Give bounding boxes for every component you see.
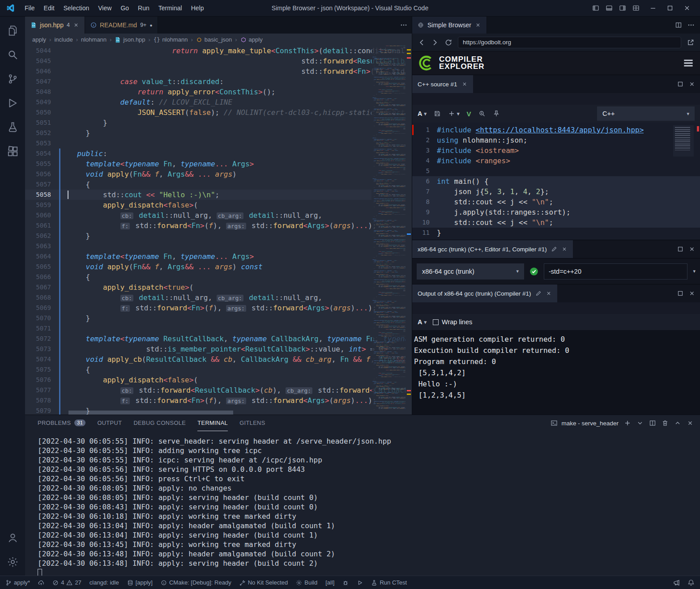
overview-ruler[interactable] (405, 46, 412, 415)
close-icon[interactable] (475, 22, 481, 28)
breadcrumb-item[interactable]: basic_json (196, 36, 232, 43)
tab-output[interactable]: Output of x86-64 gcc (trunk) (Compiler #… (412, 284, 557, 302)
code-line[interactable]: 5064 template<typename Fn, typename... A… (25, 251, 412, 262)
source-line[interactable]: 7 json j{5, 3, 1, 4, 2}; (412, 186, 700, 197)
tab-README.md[interactable]: README.md9+● (85, 17, 158, 34)
source-line[interactable]: 9 j.apply(std::ranges::sort); (412, 207, 700, 217)
menu-terminal[interactable]: Terminal (154, 3, 186, 13)
forward-icon[interactable] (431, 38, 439, 47)
more-actions-icon[interactable] (687, 21, 695, 29)
toggle-panel-icon[interactable] (602, 2, 616, 14)
tab-cpp-source[interactable]: C++ source #1 (412, 75, 473, 93)
panel-tab-debug-console[interactable]: DEBUG CONSOLE (133, 415, 186, 431)
godbolt-minimap[interactable] (673, 125, 694, 157)
toggle-secondary-sidebar-icon[interactable] (616, 2, 629, 14)
options-caret[interactable]: ▾ (693, 269, 696, 274)
code-line[interactable]: 5047 case value_t::discarded: (25, 76, 412, 87)
terminal-picker[interactable]: make - serve_header (551, 420, 619, 427)
minimap[interactable]: return apply_make_tuple<ConstThis>(detai… (371, 46, 405, 411)
vim-mode-toggle[interactable]: V (467, 110, 471, 118)
code-line[interactable]: 5062 } (25, 231, 412, 241)
code-line[interactable]: 5076 apply_dispatch<false>( (25, 375, 412, 385)
status-item[interactable] (357, 580, 363, 586)
reload-icon[interactable] (444, 38, 452, 47)
maximize-pane-icon[interactable] (677, 81, 684, 88)
minimize-icon[interactable] (645, 2, 662, 14)
customize-layout-icon[interactable] (629, 2, 643, 14)
maximize-panel-icon[interactable] (674, 420, 681, 427)
close-pane-icon[interactable] (688, 81, 696, 88)
close-icon[interactable] (461, 81, 468, 87)
code-line[interactable]: 5051 } (25, 118, 412, 128)
activity-search[interactable] (0, 42, 25, 67)
code-line[interactable]: 5045 std::forward<ResultCallback>(cb), (25, 56, 412, 66)
code-line[interactable]: 5072 template<typename ResultCallback, t… (25, 334, 412, 344)
feedback-icon[interactable] (673, 579, 680, 586)
activity-extensions[interactable] (0, 139, 25, 163)
source-line[interactable]: 1#include <https://localhost:8443/apply/… (412, 125, 700, 135)
status-item-build[interactable]: Build (296, 579, 317, 586)
code-line[interactable]: 5054 public: (25, 148, 412, 159)
panel-tab-output[interactable]: OUTPUT (97, 415, 122, 431)
source-line[interactable]: 6int main() { (412, 176, 700, 186)
wrap-lines-checkbox[interactable]: Wrap lines (433, 318, 472, 326)
breadcrumb-item[interactable]: apply (32, 36, 46, 43)
close-pane-icon[interactable] (688, 290, 696, 297)
status-item-cmake-debug-ready[interactable]: CMake: [Debug]: Ready (161, 579, 231, 586)
code-line[interactable]: 5073 std::is_member_pointer<ResultCallba… (25, 344, 412, 354)
close-window-icon[interactable] (679, 2, 696, 14)
code-line[interactable]: 5071 (25, 323, 412, 334)
close-icon[interactable] (546, 290, 552, 297)
save-icon[interactable] (434, 110, 441, 117)
code-line[interactable]: 5078 f: std::forward<Fn>(f), args: std::… (25, 395, 412, 406)
compiler-options-input[interactable] (544, 263, 687, 280)
code-line[interactable]: 5052 } (25, 128, 412, 138)
breadcrumb-item[interactable]: nlohmann (81, 36, 107, 43)
status-item--all-[interactable]: [all] (325, 579, 334, 586)
add-pane-button[interactable]: ▾ (448, 110, 460, 117)
rename-icon[interactable] (551, 246, 557, 252)
pin-icon[interactable] (493, 110, 500, 117)
code-line[interactable]: 5049 default: // LCOV_EXCL_LINE (25, 97, 412, 107)
horizontal-scrollbar[interactable] (68, 411, 233, 415)
code-line[interactable]: 5057 { (25, 179, 412, 190)
language-select[interactable]: C++ ▾ (597, 106, 695, 121)
tab-json.hpp[interactable]: json.hpp4 (25, 17, 85, 34)
source-line[interactable]: 10 std::cout << j << "\n"; (412, 217, 700, 228)
activity-run-debug[interactable] (0, 91, 25, 115)
code-line[interactable]: 5069 f: std::forward<Fn>(f), args: std::… (25, 303, 412, 313)
new-terminal-icon[interactable] (624, 420, 631, 427)
url-input[interactable] (458, 37, 681, 48)
font-size-button[interactable]: A▾ (418, 318, 427, 326)
status-item--apply-[interactable]: [apply] (127, 579, 153, 586)
menu-run[interactable]: Run (134, 3, 154, 13)
zoom-icon[interactable] (478, 110, 486, 117)
code-line[interactable]: 5065 void apply(Fn&& f, Args&& ... args)… (25, 262, 412, 272)
breadcrumb-item[interactable]: {}nlohmann (154, 36, 188, 43)
code-line[interactable]: 5056 void apply(Fn&& f, Args&& ... args) (25, 169, 412, 179)
menu-go[interactable]: Go (116, 3, 133, 13)
code-line[interactable]: 5050 JSON_ASSERT(false); // NOLINT(cert-… (25, 107, 412, 118)
rename-icon[interactable] (535, 290, 542, 297)
status-item-run-ctest[interactable]: Run CTest (371, 579, 407, 586)
code-line[interactable]: 5075 { (25, 364, 412, 375)
code-line[interactable]: 5063 (25, 241, 412, 251)
status-item[interactable] (342, 580, 349, 586)
code-line[interactable]: 5061 f: std::forward<Fn>(f), args: std::… (25, 220, 412, 231)
code-line[interactable]: 5074 void apply_cb(ResultCallback && cb,… (25, 354, 412, 364)
back-icon[interactable] (418, 38, 426, 47)
code-line[interactable]: 5067 apply_dispatch<true>( (25, 282, 412, 292)
more-actions-icon[interactable] (400, 21, 407, 29)
code-line[interactable]: 5066 { (25, 272, 412, 282)
split-editor-icon[interactable] (675, 21, 682, 29)
compiler-select[interactable]: x86-64 gcc (trunk) ▾ (417, 263, 524, 280)
code-line[interactable]: 5059 apply_dispatch<false>( (25, 200, 412, 210)
menu-selection[interactable]: Selection (60, 3, 94, 13)
tab-compiler[interactable]: x86-64 gcc (trunk) (C++, Editor #1, Comp… (412, 240, 573, 258)
status-item-no-kit-selected[interactable]: No Kit Selected (239, 579, 288, 586)
breadcrumb-item[interactable]: json.hpp (115, 36, 145, 43)
source-line[interactable]: 5 (412, 166, 700, 176)
activity-account[interactable] (0, 525, 25, 550)
code-line[interactable]: 5068 cb: detail::null_arg, cb_arg: detai… (25, 292, 412, 303)
code-line[interactable]: 5070 } (25, 313, 412, 323)
